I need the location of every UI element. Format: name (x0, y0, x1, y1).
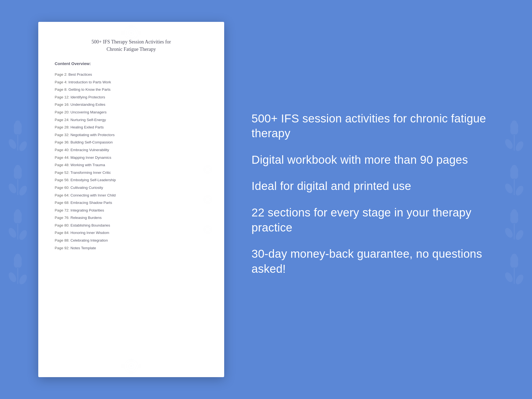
svg-point-79 (52, 197, 57, 202)
svg-point-93 (210, 168, 212, 171)
toc-item: Page 24: Nurturing Self-Energy (55, 116, 208, 124)
svg-point-91 (206, 167, 210, 172)
feature-item-2: Ideal for digital and printed use (252, 179, 488, 194)
svg-point-87 (57, 228, 59, 231)
toc-item: Page 52: Transforming Inner Critic (55, 169, 208, 177)
svg-point-105 (210, 228, 212, 231)
svg-point-83 (52, 202, 56, 204)
doc-decoration-right (194, 159, 222, 240)
svg-point-94 (206, 165, 210, 167)
doc-decoration-top (104, 25, 159, 41)
feature-text-3: 22 sections for every stage in your ther… (252, 205, 488, 235)
svg-point-95 (206, 172, 210, 174)
doc-decoration-left (40, 159, 69, 240)
svg-point-74 (50, 168, 52, 171)
feature-text-2: Ideal for digital and printed use (252, 179, 488, 194)
svg-point-97 (206, 197, 210, 202)
toc-item: Page 56: Embodying Self-Leadership (55, 176, 208, 184)
toc-item: Page 84: Honoring Inner Wisdom (55, 229, 208, 237)
toc-item: Page 4: Introduction to Parts Work (55, 78, 208, 86)
feature-text-4: 30-day money-back guarantee, no question… (252, 247, 488, 276)
svg-point-57 (139, 31, 141, 35)
svg-point-107 (206, 232, 210, 234)
feature-item-1: Digital workbook with more than 90 pages (252, 152, 488, 168)
toc-item: Page 64: Connecting with Inner Child (55, 192, 208, 199)
toc-item: Page 36: Building Self-Compassion (55, 139, 208, 146)
toc-item: Page 44: Mapping Inner Dynamics (55, 154, 208, 162)
toc-item: Page 76: Releasing Burdens (55, 214, 208, 222)
svg-point-100 (206, 195, 210, 197)
document-preview: 500+ IFS Therapy Session Activities for … (38, 22, 224, 377)
svg-point-77 (52, 172, 56, 174)
toc-item: Page 60: Cultivating Curiosity (55, 184, 208, 192)
svg-point-68 (121, 364, 124, 368)
feature-item-0: 500+ IFS session activities for chronic … (252, 111, 488, 141)
svg-point-59 (129, 38, 133, 40)
svg-point-56 (121, 31, 124, 35)
toc-header: Content Overview: (55, 61, 208, 66)
svg-point-92 (203, 168, 206, 171)
toc-item: Page 80: Establishing Boundaries (55, 222, 208, 229)
toc-item: Page 8: Getting to Know the Parts (55, 86, 208, 93)
toc-item: Page 28: Healing Exiled Parts (55, 124, 208, 131)
main-content: 500+ IFS Therapy Session Activities for … (0, 0, 532, 399)
features-panel: 500+ IFS session activities for chronic … (241, 106, 494, 294)
toc-item: Page 92: Notes Template (55, 244, 208, 252)
doc-decoration-bottom (104, 358, 159, 374)
feature-text-1: Digital workbook with more than 90 pages (252, 152, 488, 168)
svg-point-82 (52, 195, 56, 197)
svg-point-76 (52, 165, 56, 167)
svg-point-99 (210, 198, 212, 201)
svg-point-101 (206, 202, 210, 204)
toc-item: Page 72: Integrating Polarities (55, 207, 208, 214)
svg-point-70 (129, 359, 133, 361)
svg-point-98 (203, 198, 206, 201)
svg-point-58 (129, 25, 133, 28)
toc-item: Page 16: Understanding Exiles (55, 101, 208, 108)
svg-point-69 (139, 364, 141, 368)
svg-point-106 (206, 225, 210, 227)
svg-point-104 (203, 228, 206, 231)
feature-item-3: 22 sections for every stage in your ther… (252, 205, 488, 235)
table-of-contents: Page 2: Best PracticesPage 4: Introducti… (55, 71, 208, 252)
svg-point-80 (50, 198, 52, 201)
svg-point-88 (52, 225, 56, 227)
toc-item: Page 32: Negotiating with Protectors (55, 131, 208, 139)
toc-item: Page 20: Uncovering Managers (55, 108, 208, 116)
svg-point-75 (57, 168, 59, 171)
toc-item: Page 88: Celebrating Integration (55, 237, 208, 244)
toc-item: Page 2: Best Practices (55, 71, 208, 78)
svg-point-81 (57, 198, 59, 201)
toc-item: Page 48: Working with Trauma (55, 161, 208, 169)
svg-point-73 (52, 167, 57, 172)
svg-point-89 (52, 232, 56, 234)
svg-point-103 (206, 227, 210, 232)
feature-item-4: 30-day money-back guarantee, no question… (252, 247, 488, 276)
svg-point-85 (52, 227, 57, 232)
toc-item: Page 40: Embracing Vulnerability (55, 146, 208, 154)
toc-item: Page 68: Embracing Shadow Parts (55, 199, 208, 207)
svg-point-71 (129, 371, 133, 374)
feature-text-0: 500+ IFS session activities for chronic … (252, 111, 488, 141)
svg-point-86 (50, 228, 52, 231)
toc-item: Page 12: Identifying Protectors (55, 93, 208, 101)
